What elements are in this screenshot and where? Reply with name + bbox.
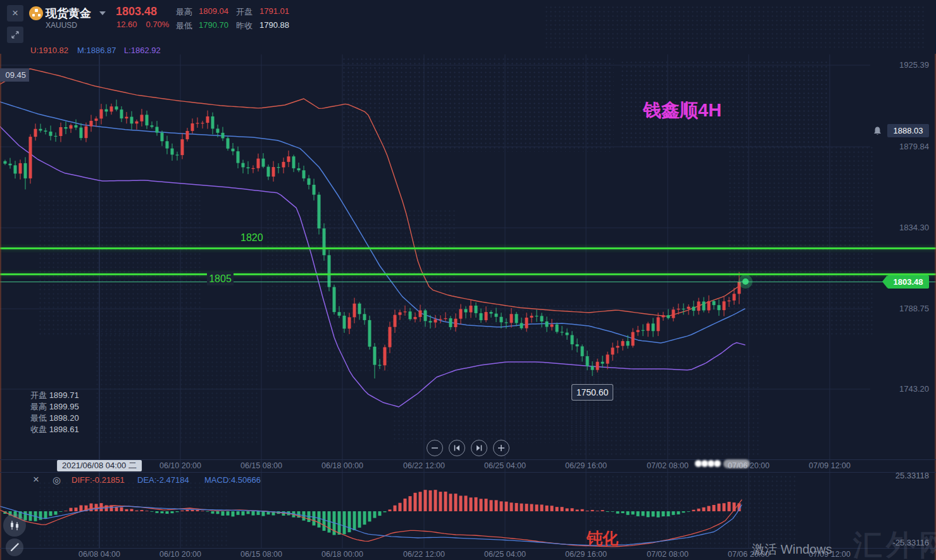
candle-body xyxy=(677,309,680,309)
macd-settings-button[interactable]: ◎ xyxy=(53,475,61,486)
candle-body xyxy=(632,332,635,346)
macd-bar xyxy=(216,511,220,514)
skip-back-icon xyxy=(453,444,461,452)
macd-bar xyxy=(480,499,483,511)
resize-chart-button[interactable] xyxy=(7,27,23,43)
boll-upper-value: U:1910.82 xyxy=(30,46,68,55)
macd-bar xyxy=(39,511,42,520)
macd-close-button[interactable]: × xyxy=(33,473,39,486)
candle-body xyxy=(237,151,240,163)
candle-body xyxy=(54,136,58,137)
go-to-start-button[interactable] xyxy=(449,440,465,456)
time-axis-label: 06/22 12:00 xyxy=(403,461,445,470)
candle-body xyxy=(490,312,493,314)
macd-bar xyxy=(171,511,174,513)
current-price-line xyxy=(0,282,936,282)
zoom-in-button[interactable] xyxy=(493,440,509,456)
time-axis-label: 06/25 04:00 xyxy=(484,461,526,470)
macd-bar xyxy=(186,509,189,511)
tooltip-close-value: 1898.61 xyxy=(49,424,79,435)
candle-body xyxy=(394,315,397,327)
chevron-down-icon[interactable] xyxy=(99,11,106,15)
macd-bar xyxy=(718,504,721,511)
alert-bell-icon[interactable] xyxy=(872,126,883,139)
level-line-1820[interactable] xyxy=(0,247,936,249)
macd-bar xyxy=(571,508,574,511)
macd-bar xyxy=(378,511,382,516)
candle-body xyxy=(44,130,47,132)
candle-body xyxy=(247,167,250,168)
candle-body xyxy=(708,301,711,311)
macd-bar xyxy=(75,507,78,511)
candle-body xyxy=(338,312,341,316)
candle-body xyxy=(19,163,22,173)
macd-bar xyxy=(520,504,523,511)
candle-body xyxy=(535,316,539,316)
drawing-tool-button[interactable] xyxy=(6,538,23,556)
macd-bar xyxy=(632,511,635,514)
candle-body xyxy=(232,149,235,151)
macd-bar xyxy=(181,511,184,511)
close-chart-button[interactable]: × xyxy=(7,5,23,22)
candle-body xyxy=(581,346,584,356)
candle-body xyxy=(621,341,625,346)
candle-body xyxy=(459,309,463,318)
price-axis-label: 1743.20 xyxy=(899,384,929,394)
macd-time-axis-label: 06/15 08:00 xyxy=(240,550,282,559)
candle-body xyxy=(642,330,645,331)
candle-body xyxy=(196,123,199,123)
macd-bar xyxy=(692,510,696,511)
symbol-name[interactable]: 现货黄金 xyxy=(46,6,91,21)
stat-high-value: 1809.04 xyxy=(199,6,228,16)
activate-windows-watermark: 激活 Windows xyxy=(752,541,832,558)
level-line-1805[interactable] xyxy=(0,273,936,275)
candle-body xyxy=(206,116,209,123)
tooltip-low-value: 1898.20 xyxy=(49,413,79,424)
candle-body xyxy=(449,318,452,327)
candle-body xyxy=(9,164,12,166)
go-to-end-button[interactable] xyxy=(471,440,487,456)
candle-body xyxy=(414,317,417,319)
macd-bar xyxy=(389,509,392,511)
macd-bar xyxy=(465,495,468,511)
candle-body xyxy=(34,129,37,137)
candle-body xyxy=(191,123,194,131)
zoom-out-button[interactable] xyxy=(427,440,443,456)
symbol-code: XAUUSD xyxy=(46,21,77,30)
candle-body xyxy=(186,131,189,139)
macd-bar xyxy=(135,511,139,511)
macd-time-axis-label: 06/29 16:00 xyxy=(565,550,607,559)
candle-body xyxy=(140,115,144,121)
tooltip-open-label: 开盘 xyxy=(30,390,47,401)
macd-bar xyxy=(140,510,144,511)
candle-body xyxy=(4,161,7,164)
chart-type-button[interactable] xyxy=(3,514,26,537)
current-price-badge: 1803.48 xyxy=(887,275,929,289)
macd-bar xyxy=(449,494,452,511)
boll-mid-value: M:1886.87 xyxy=(77,46,116,55)
candle-body xyxy=(287,156,290,162)
candle-body xyxy=(95,118,98,121)
candle-body xyxy=(718,305,721,310)
candle-body xyxy=(419,311,422,317)
candle-body xyxy=(697,301,701,311)
tooltip-close-label: 收盘 xyxy=(30,424,47,435)
macd-bar xyxy=(262,511,265,516)
alert-price-badge[interactable]: 1888.03 xyxy=(887,124,929,137)
candle-body xyxy=(384,347,387,366)
macd-time-axis-label: 07/02 08:00 xyxy=(647,550,689,559)
candle-body xyxy=(166,141,169,148)
candle-body xyxy=(702,301,706,310)
candle-body xyxy=(409,311,412,319)
macd-bar xyxy=(687,511,690,512)
candle-body xyxy=(429,321,432,322)
stat-open-label: 开盘 xyxy=(236,6,253,18)
macd-bar xyxy=(454,494,458,511)
time-axis-label: 06/15 08:00 xyxy=(240,461,282,470)
candle-body xyxy=(171,149,174,155)
macd-bar xyxy=(373,511,377,518)
candle-body xyxy=(115,106,118,109)
macd-bar xyxy=(551,506,554,511)
candle-body xyxy=(611,347,615,354)
candle-body xyxy=(373,347,377,365)
